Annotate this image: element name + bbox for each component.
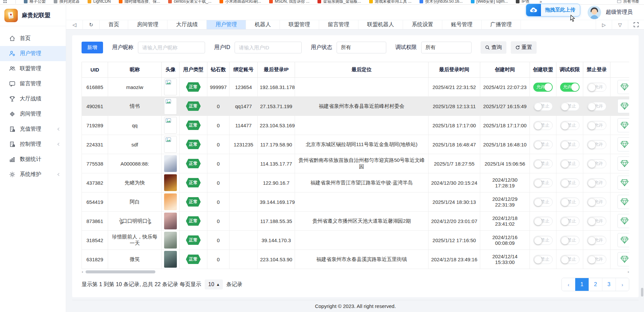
reset-button[interactable]: 重置 (511, 41, 537, 54)
debug-permission-toggle[interactable]: 禁止 (560, 236, 580, 245)
sidebar-item-9[interactable]: 数据统计 (0, 152, 66, 167)
debug-permission-toggle[interactable]: 禁止 (560, 102, 580, 111)
next-page-button[interactable]: › (615, 278, 629, 291)
bookmark-item[interactable]: 随时随地连接、保... (119, 0, 160, 4)
create-union-toggle[interactable]: 禁止 (533, 102, 553, 111)
tab-dropdown-button[interactable]: ▽ (612, 20, 628, 29)
ban-login-toggle[interactable]: 允许 (587, 178, 606, 187)
tab-refresh-button[interactable]: ↻ (83, 20, 100, 29)
bookmark-item[interactable]: IP查 (516, 0, 529, 4)
debug-permission-toggle[interactable]: 禁止 (560, 217, 580, 226)
create-union-toggle[interactable]: 禁止 (533, 178, 553, 187)
tab-back-button[interactable]: ◁ (66, 20, 83, 29)
debug-permission-toggle[interactable]: 禁止 (560, 178, 580, 187)
ban-login-toggle[interactable]: 允许 (587, 255, 606, 264)
gem-action-button[interactable] (617, 157, 630, 171)
ban-login-toggle[interactable]: 允许 (587, 140, 606, 149)
sidebar-item-6[interactable]: 房间管理 (0, 106, 66, 122)
gem-action-button[interactable] (617, 176, 630, 190)
tab-2[interactable]: 房间管理 (128, 20, 167, 29)
debug-permission-toggle[interactable]: 禁止 (560, 159, 580, 168)
debug-select[interactable]: 所有 (421, 42, 472, 53)
create-union-toggle[interactable]: 禁止 (533, 255, 553, 264)
bookmark-item[interactable]: 格子公盟 (24, 0, 46, 4)
avatar[interactable] (164, 213, 177, 229)
gem-action-button[interactable] (617, 214, 630, 228)
ban-login-toggle[interactable]: 允许 (587, 121, 606, 130)
debug-permission-toggle[interactable]: 禁止 (560, 197, 580, 207)
userid-input[interactable] (235, 42, 302, 53)
ban-login-toggle[interactable]: 允许 (587, 159, 606, 168)
tab-3[interactable]: 大厅战绩 (167, 20, 207, 29)
create-union-toggle[interactable]: 禁止 (533, 197, 553, 207)
status-select[interactable]: 所有 (337, 42, 386, 53)
gem-action-button[interactable] (617, 233, 630, 247)
bookmark-item[interactable]: centos安装宝干载_... (168, 0, 211, 4)
gem-action-button[interactable] (617, 99, 630, 113)
bookmark-item[interactable]: 金箱亲测版_金箱板... (317, 0, 361, 4)
ban-login-toggle[interactable]: 允许 (587, 217, 606, 226)
gem-action-button[interactable] (617, 118, 630, 132)
create-union-toggle[interactable]: 允许 (533, 83, 553, 92)
sidebar-item-8[interactable]: 控制管理 (0, 137, 66, 152)
bookmarks-overflow-chevron[interactable]: » (540, 0, 542, 4)
debug-permission-toggle[interactable]: 允许 (560, 83, 580, 92)
bookmark-item[interactable]: 搜列浏览器 (54, 0, 80, 4)
search-button[interactable]: 查询 (481, 41, 506, 54)
ban-login-toggle[interactable]: 允许 (587, 102, 606, 111)
sidebar-item-7[interactable]: 充值管理 (0, 122, 66, 137)
ban-login-toggle[interactable]: 允许 (587, 197, 606, 207)
vertical-scrollbar-thumb[interactable] (641, 288, 643, 297)
tab-11[interactable]: 广播管理 (482, 20, 521, 29)
create-union-toggle[interactable]: 禁止 (533, 236, 553, 245)
avatar[interactable] (164, 136, 177, 153)
bookmark-item[interactable]: 小米路由器R3G刷... (219, 0, 261, 4)
avatar[interactable] (164, 98, 177, 115)
sidebar-item-4[interactable]: 留言管理 (0, 76, 66, 91)
sidebar-item-10[interactable]: 系统维护 (0, 167, 66, 182)
scrollbar-thumb[interactable] (86, 270, 155, 273)
tab-forward-button[interactable]: ▷ (596, 20, 612, 29)
page-size-select[interactable]: 10 ▲ (205, 279, 223, 289)
bookmark-item[interactable]: LightCDN (88, 0, 111, 4)
debug-permission-toggle[interactable]: 禁止 (560, 255, 580, 264)
sidebar-item-2[interactable]: 用户管理 (0, 46, 66, 61)
avatar[interactable] (164, 232, 177, 249)
tab-1[interactable]: 首页 (100, 20, 128, 29)
ban-login-toggle[interactable]: 允许 (587, 83, 606, 92)
nickname-input[interactable] (138, 42, 205, 53)
fullscreen-button[interactable] (628, 20, 644, 29)
create-union-toggle[interactable]: 禁止 (533, 121, 553, 130)
avatar[interactable] (164, 251, 177, 268)
scrollbar-track[interactable] (85, 270, 626, 273)
create-union-toggle[interactable]: 禁止 (533, 140, 553, 149)
page-button-2[interactable]: 2 (589, 278, 602, 291)
user-avatar[interactable] (588, 6, 601, 19)
create-union-toggle[interactable]: 禁止 (533, 217, 553, 226)
bookmark-item[interactable]: 游戏未被串用工具 ... (369, 0, 411, 4)
horizontal-scrollbar[interactable]: ◂ ▸ (82, 270, 629, 273)
page-button-1[interactable]: 1 (575, 278, 589, 291)
all-bookmarks-button[interactable]: 所有书签 (617, 0, 639, 4)
avatar[interactable] (164, 117, 177, 134)
debug-permission-toggle[interactable]: 禁止 (560, 140, 580, 149)
tab-7[interactable]: 留言管理 (319, 20, 358, 29)
add-user-button[interactable]: 新增 (82, 42, 103, 53)
bookmark-item[interactable]: [Web安全] sqlm... (471, 0, 508, 4)
debug-permission-toggle[interactable]: 禁止 (560, 121, 580, 130)
scroll-right-arrow[interactable]: ▸ (626, 270, 629, 273)
tab-10[interactable]: 账号管理 (442, 20, 482, 29)
tab-6[interactable]: 联盟管理 (280, 20, 319, 29)
tab-4[interactable]: 用户管理 (207, 20, 246, 29)
create-union-toggle[interactable]: 禁止 (533, 159, 553, 168)
gem-action-button[interactable] (617, 137, 630, 151)
sidebar-item-1[interactable]: 首页 (0, 31, 66, 46)
tab-8[interactable]: 联盟机器人 (358, 20, 403, 29)
netdisk-upload-badge[interactable]: 拖拽至此上传 (526, 4, 580, 16)
sidebar-item-5[interactable]: 大厅战绩 (0, 91, 66, 106)
prev-page-button[interactable]: ‹ (562, 278, 575, 291)
avatar[interactable] (164, 174, 177, 191)
sidebar-item-3[interactable]: 联盟管理 (0, 61, 66, 76)
scroll-left-arrow[interactable]: ◂ (82, 270, 85, 273)
avatar[interactable] (164, 193, 177, 210)
